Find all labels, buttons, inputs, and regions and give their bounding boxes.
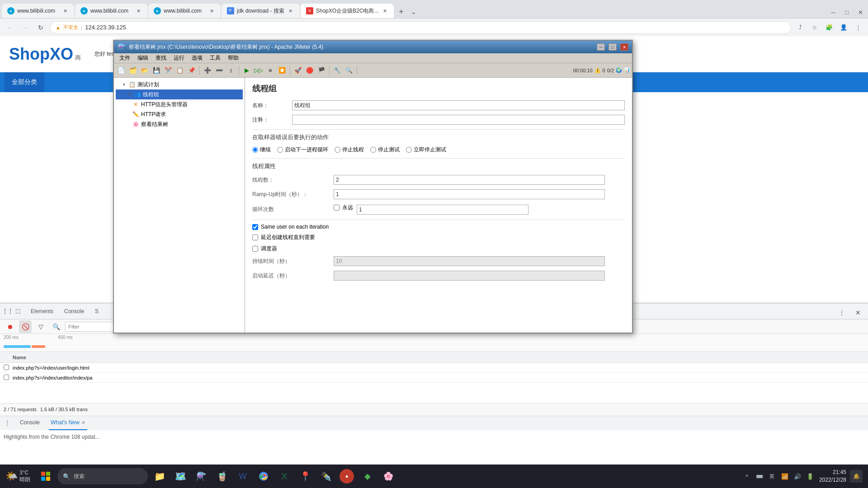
taskbar-search[interactable]: 🔍 搜索 <box>57 468 148 484</box>
bookmark-button[interactable]: ☆ <box>808 21 821 34</box>
tray-battery[interactable]: 🔋 <box>805 471 816 482</box>
devtools-more-button[interactable]: ⋮ <box>835 306 848 319</box>
tab-5[interactable]: ✕ ShopXO企业级B2C电商... ✕ <box>301 4 394 18</box>
row-checkbox-2[interactable] <box>4 375 9 380</box>
taskbar-app-explorer[interactable]: 📁 <box>151 467 169 485</box>
taskbar-clock[interactable]: 21:45 2022/12/28 <box>819 469 846 484</box>
radio-stop-test[interactable]: 停止测试 <box>370 146 400 154</box>
toolbar-template[interactable]: 🗂️ <box>127 65 138 76</box>
delay-create-label[interactable]: 延迟创建线程直到需要 <box>252 234 625 241</box>
table-row[interactable]: index.php?s=/index/user/login.html <box>0 363 868 373</box>
new-tab-button[interactable]: + <box>395 5 407 18</box>
tree-item-http-header[interactable]: ✕ HTTP信息头管理器 <box>116 99 243 109</box>
tab-3-close[interactable]: ✕ <box>208 7 215 14</box>
taskbar-weather[interactable]: 🌤️ 3°C 晴朗 <box>5 469 30 483</box>
tab-whats-new[interactable]: What's New ✕ <box>49 416 87 430</box>
toolbar-new[interactable]: 📄 <box>116 65 127 76</box>
notification-button[interactable]: 🔔 <box>850 470 863 483</box>
row-checkbox-1[interactable] <box>4 365 9 370</box>
settings-button[interactable]: ⋮ <box>852 21 864 34</box>
delay-create-checkbox[interactable] <box>252 235 258 240</box>
jmeter-close-button[interactable]: ✕ <box>620 43 628 51</box>
toolbar-shutdown[interactable]: ⏹️ <box>277 65 288 76</box>
tab-elements[interactable]: Elements <box>25 305 59 319</box>
tab-overflow-button[interactable]: ⌄ <box>407 5 420 18</box>
record-button[interactable]: ⏺ <box>4 320 16 333</box>
forever-checkbox[interactable] <box>334 205 340 211</box>
same-user-checkbox[interactable] <box>252 224 258 230</box>
share-button[interactable]: ⤴ <box>794 21 807 34</box>
toolbar-start[interactable]: ▶ <box>241 65 252 76</box>
tab-5-close[interactable]: ✕ <box>381 7 388 14</box>
tab-1[interactable]: b www.bilibili.com ✕ <box>2 4 74 18</box>
forever-label[interactable]: 永远 <box>334 204 353 211</box>
filter-button[interactable]: ▽ <box>34 320 47 333</box>
taskbar-app-jmeter[interactable]: ⚗️ <box>192 467 210 485</box>
profile-button[interactable]: 👤 <box>837 21 850 34</box>
tab-2[interactable]: b www.bilibili.com ✕ <box>75 4 147 18</box>
back-button[interactable]: ← <box>4 21 16 34</box>
tree-item-http-request[interactable]: ✏️ HTTP请求 <box>116 109 243 119</box>
taskbar-app-maps2[interactable]: 📍 <box>296 467 314 485</box>
bottom-toolbar-icon[interactable]: ⋮ <box>4 419 11 427</box>
radio-stop-thread[interactable]: 停止线程 <box>335 146 364 154</box>
radio-continue[interactable]: 继续 <box>252 146 271 154</box>
taskbar-app-maps[interactable]: 🗺️ <box>171 467 189 485</box>
menu-tools[interactable]: 工具 <box>206 53 224 63</box>
menu-edit[interactable]: 编辑 <box>134 53 152 63</box>
tree-expand-thread-group[interactable]: ▾ <box>127 92 132 97</box>
scheduler-label[interactable]: 调度器 <box>252 245 625 253</box>
tray-wifi[interactable]: 📶 <box>779 471 790 482</box>
search-button[interactable]: 🔍 <box>50 320 62 333</box>
tray-volume[interactable]: 🔊 <box>792 471 803 482</box>
taskbar-app-chrome[interactable] <box>255 467 273 485</box>
extension-button[interactable]: 🧩 <box>823 21 835 34</box>
tab-whatsnew-close[interactable]: ✕ <box>81 420 85 426</box>
menu-file[interactable]: 文件 <box>116 53 134 63</box>
toolbar-collapse[interactable]: ➖ <box>214 65 225 76</box>
taskbar-app-diamond[interactable]: ◆ <box>359 467 377 485</box>
taskbar-app-excel[interactable]: X <box>275 467 293 485</box>
tree-item-thread-group[interactable]: ▾ 👥 线程组 <box>116 89 243 99</box>
duration-input[interactable] <box>334 256 605 266</box>
radio-continue-input[interactable] <box>252 147 258 153</box>
devtools-close-button[interactable]: ✕ <box>852 306 864 319</box>
forward-button[interactable]: → <box>19 21 32 34</box>
tab-console[interactable]: Console <box>59 305 90 319</box>
scheduler-checkbox[interactable] <box>252 246 258 252</box>
taskbar-app-drink[interactable]: 🧋 <box>213 467 231 485</box>
toolbar-start-no-pause[interactable]: ▷▷ <box>253 65 264 76</box>
toolbar-search[interactable]: 🔍 <box>344 65 354 76</box>
tray-lang[interactable]: 英 <box>767 471 778 482</box>
close-button[interactable]: ✕ <box>854 6 866 18</box>
tab-s[interactable]: S <box>90 305 104 319</box>
devtools-inspect-icon[interactable]: ⬚ <box>14 307 22 315</box>
radio-stop-test-input[interactable] <box>370 147 376 153</box>
menu-run[interactable]: 运行 <box>170 53 188 63</box>
toolbar-copy[interactable]: 📋 <box>175 65 185 76</box>
taskbar-app-word[interactable]: W <box>234 467 252 485</box>
loop-count-input[interactable] <box>357 205 528 215</box>
reload-button[interactable]: ↻ <box>34 21 47 34</box>
tab-4-close[interactable]: ✕ <box>287 7 294 14</box>
jmeter-restore-button[interactable]: □ <box>609 43 617 51</box>
toolbar-toggle[interactable]: ↕️ <box>226 65 236 76</box>
startup-delay-input[interactable] <box>334 271 605 281</box>
tab-2-close[interactable]: ✕ <box>135 7 142 14</box>
radio-next-loop-input[interactable] <box>277 147 283 153</box>
toolbar-cut[interactable]: ✂️ <box>163 65 174 76</box>
tab-3[interactable]: b www.bilibili.com ✕ <box>148 4 221 18</box>
radio-stop-now-input[interactable] <box>406 147 412 153</box>
toolbar-open[interactable]: 📂 <box>139 65 150 76</box>
clear-button[interactable]: 🚫 <box>19 320 32 333</box>
menu-find[interactable]: 查找 <box>152 53 170 63</box>
comment-input[interactable] <box>292 115 625 125</box>
toolbar-stop[interactable]: ■ <box>265 65 276 76</box>
menu-options[interactable]: 选项 <box>188 53 206 63</box>
minimize-button[interactable]: ─ <box>827 6 839 18</box>
table-row[interactable]: index.php?s=/index/ueditor/index/pa <box>0 373 868 383</box>
radio-stop-thread-input[interactable] <box>335 147 340 153</box>
tree-expand-test-plan[interactable]: ▾ <box>121 82 127 87</box>
toolbar-function-helper[interactable]: 🔧 <box>332 65 343 76</box>
tray-keyboard[interactable]: ⌨️ <box>754 471 765 482</box>
